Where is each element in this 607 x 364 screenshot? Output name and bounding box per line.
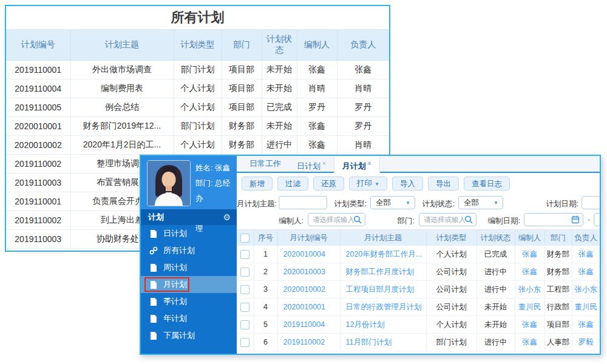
button-label: 过滤: [285, 180, 300, 188]
view-log-button[interactable]: 查看日志: [464, 177, 510, 190]
dept-filter-input[interactable]: 请选择或输入: [419, 213, 476, 226]
cell: 个人计划: [174, 79, 222, 98]
cell[interactable]: 张小东: [572, 281, 600, 298]
status-filter-select[interactable]: 全部 ▼: [458, 196, 503, 209]
cell: 5: [254, 316, 277, 334]
created-date-from-input[interactable]: [524, 213, 583, 226]
file-icon: [149, 315, 158, 323]
sidebar-item-day-plan[interactable]: 日计划: [141, 225, 237, 242]
import-button[interactable]: 导入: [392, 177, 423, 190]
tab-month-plan[interactable]: 月计划×: [334, 156, 380, 173]
cell: 2019110005: [6, 98, 70, 117]
cell[interactable]: 2020010001: [277, 298, 340, 316]
cell[interactable]: 11月部门计划: [340, 334, 426, 351]
file-icon: [149, 332, 158, 340]
sidebar-item-month-plan[interactable]: 月计划: [141, 276, 237, 293]
row-checkbox[interactable]: [240, 303, 249, 312]
cell: 2019110002: [6, 155, 70, 174]
sidebar-menu: 日计划所有计划周计划月计划季计划年计划下属计划: [141, 225, 237, 354]
checkbox-cell: [237, 316, 254, 334]
file-icon: [149, 298, 158, 306]
sidebar-item-subordinate-plan[interactable]: 下属计划: [141, 327, 237, 344]
row-checkbox[interactable]: [240, 338, 249, 347]
sidebar: 姓名: 张鑫 部门: 总经办 职位: 总经理 计划 ⚙ 日计划所有计划周计划月计…: [141, 156, 237, 354]
cell: 未开始: [476, 316, 515, 334]
cell[interactable]: 工程项目部月度计划: [340, 281, 426, 298]
status-filter-value: 全部: [464, 197, 479, 209]
row-checkbox[interactable]: [240, 268, 249, 277]
export-button[interactable]: 导出: [428, 177, 459, 190]
sidebar-item-quarter-plan[interactable]: 季计划: [141, 293, 237, 310]
cell: 部门计划: [174, 117, 222, 136]
cell[interactable]: 财务部工作月度计划: [340, 263, 426, 281]
row-checkbox[interactable]: [240, 285, 249, 294]
subject-filter-input[interactable]: [279, 196, 327, 209]
print-button[interactable]: 打印▼: [349, 177, 387, 190]
close-icon[interactable]: ×: [322, 160, 326, 167]
cell[interactable]: 2019110004: [277, 316, 340, 334]
cell: 财务部: [544, 246, 572, 263]
column-header: 计划状态: [262, 30, 297, 61]
select-all-checkbox[interactable]: [240, 234, 249, 243]
cell[interactable]: 2020010003: [277, 263, 340, 281]
search-icon[interactable]: [353, 215, 362, 226]
tab-day-plan[interactable]: 日计划×: [289, 156, 334, 172]
cell[interactable]: 张鑫: [515, 316, 544, 334]
created-date-to-input[interactable]: [594, 213, 600, 226]
cell[interactable]: 张鑫: [515, 246, 544, 263]
cell: 财务部: [222, 136, 262, 155]
search-icon[interactable]: [464, 215, 473, 226]
cell: 编制费用表: [70, 79, 174, 98]
close-icon[interactable]: ×: [368, 160, 371, 167]
restore-button[interactable]: 还原: [313, 177, 344, 190]
type-filter-select[interactable]: 全部 ▼: [370, 196, 415, 209]
cell: 个人计划: [174, 98, 222, 117]
cell[interactable]: 张小东: [515, 281, 544, 298]
subject-filter-label: 月计划主题:: [237, 199, 276, 209]
cell[interactable]: 2019110002: [277, 334, 340, 351]
table-row: 6201911000211月部门计划部门计划进行中张鑫人事部罗毅: [237, 334, 600, 351]
tab-label: 月计划: [342, 161, 366, 170]
sidebar-item-all-plans[interactable]: 所有计划: [141, 242, 237, 259]
row-checkbox[interactable]: [240, 250, 249, 259]
sidebar-item-week-plan[interactable]: 周计划: [141, 259, 237, 276]
gear-icon[interactable]: ⚙: [223, 209, 231, 225]
cell[interactable]: 张鑫: [515, 334, 544, 351]
cell: 未开始: [262, 117, 297, 136]
cell[interactable]: 2020010004: [277, 246, 340, 263]
cell[interactable]: 张鑫: [572, 263, 600, 281]
add-button[interactable]: 新增: [242, 177, 273, 190]
cell[interactable]: 张鑫: [572, 246, 600, 263]
cell[interactable]: 2020年财务部工作月...: [340, 246, 426, 263]
row-checkbox[interactable]: [240, 320, 249, 329]
column-header: 负责人: [337, 30, 389, 61]
cell[interactable]: 董川民: [515, 298, 544, 316]
calendar-icon[interactable]: [571, 215, 580, 226]
button-label: 打印: [357, 179, 372, 187]
plan-date-filter-input[interactable]: [582, 196, 600, 209]
creator-filter-input[interactable]: 请选择或输入: [308, 213, 365, 226]
cell: 工程部: [544, 281, 572, 298]
cell[interactable]: 张鑫: [572, 316, 600, 334]
cell: 2019110003: [6, 230, 70, 249]
cell[interactable]: 罗毅: [572, 334, 600, 351]
sidebar-item-label: 年计划: [163, 313, 187, 324]
cell[interactable]: 2020010002: [277, 281, 340, 298]
plan-workspace-window: 姓名: 张鑫 部门: 总经办 职位: 总经理 计划 ⚙ 日计划所有计划周计划月计…: [140, 155, 601, 355]
profile-card: 姓名: 张鑫 部门: 总经办 职位: 总经理: [141, 156, 237, 209]
table-header-row: 计划编号计划主题计划类型部门计划状态编制人负责人: [6, 30, 389, 61]
cell[interactable]: 董川民: [572, 298, 600, 316]
cell[interactable]: 12月份计划: [340, 316, 426, 334]
cell: 进行中: [476, 281, 515, 298]
sidebar-item-year-plan[interactable]: 年计划: [141, 310, 237, 327]
table-row: 2019110004编制费用表个人计划项目部未开始肖晴肖晴: [6, 79, 389, 98]
tab-daily-work[interactable]: 日常工作: [242, 156, 289, 172]
cell: 2019110001: [6, 61, 70, 79]
tab-bar: 日常工作日计划×月计划×: [237, 156, 600, 173]
cell[interactable]: 张鑫: [515, 263, 544, 281]
table-row: 2019110005例会总结个人计划项目部已完成罗丹罗丹: [6, 98, 389, 117]
cell[interactable]: 日常的行政管理月计划: [340, 298, 426, 316]
column-header: 计划类型: [426, 230, 476, 246]
column-header: 部门: [544, 230, 572, 246]
filter-button[interactable]: 过滤: [277, 177, 308, 190]
